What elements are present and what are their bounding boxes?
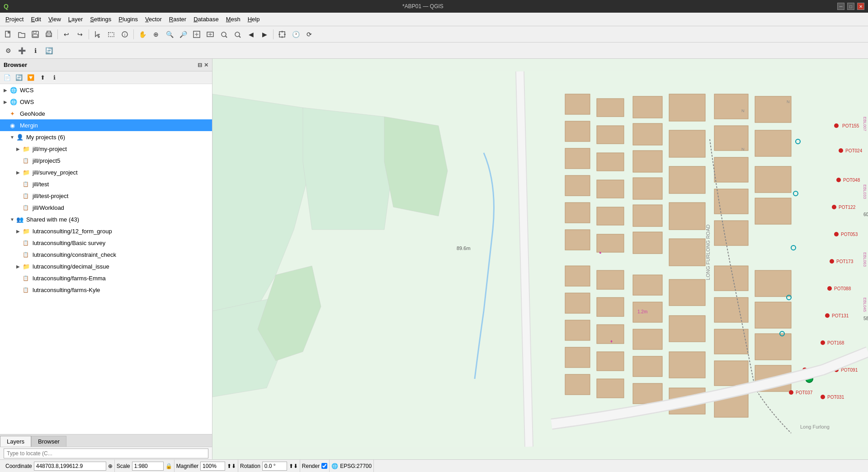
svg-rect-69 — [669, 279, 705, 306]
tree-item-lutra-decimal[interactable]: ▶ 📁 lutraconsulting/decimal_issue — [0, 260, 212, 272]
zoom-next-btn[interactable]: ▶ — [258, 28, 271, 41]
zoom-in-btn[interactable]: 🔍 — [163, 28, 176, 41]
close-btn[interactable]: ✕ — [857, 3, 864, 10]
tree-item-mergin[interactable]: ▶ ◉ Mergin — [0, 119, 212, 131]
identify-btn[interactable]: i — [118, 28, 131, 41]
pan-btn[interactable]: ✋ — [136, 28, 149, 41]
svg-rect-49 — [669, 94, 705, 121]
open-project-btn[interactable] — [15, 28, 28, 41]
mergin-label: Mergin — [20, 122, 212, 129]
collapse-icon[interactable]: ⊟ — [198, 62, 202, 68]
tree-item-jill-test[interactable]: ▶ 📋 jill/test — [0, 178, 212, 190]
svg-rect-33 — [565, 148, 590, 169]
menu-database[interactable]: Database — [190, 14, 222, 24]
zoom-last-btn[interactable]: ◀ — [245, 28, 257, 41]
menu-mesh[interactable]: Mesh — [222, 14, 244, 24]
zoom-layer-btn[interactable] — [204, 28, 217, 41]
menu-layer[interactable]: Layer — [65, 14, 87, 24]
locate-input[interactable] — [4, 448, 208, 458]
menu-project[interactable]: Project — [2, 14, 27, 24]
move-feature-btn[interactable] — [276, 28, 288, 41]
svg-text:♦: ♦ — [610, 339, 613, 344]
select-btn[interactable] — [91, 28, 104, 41]
zoom-full-btn[interactable] — [190, 28, 203, 41]
wcs-label: WCS — [20, 87, 212, 94]
tree-item-jill-workload[interactable]: ▶ 📋 jill/Workload — [0, 202, 212, 213]
tree-item-lutra-farmsemma[interactable]: ▶ 📋 lutraconsulting/farms-Emma — [0, 272, 212, 284]
mergin-add-btn[interactable]: ➕ — [15, 44, 28, 57]
browser-collapse-btn[interactable]: ⬆ — [37, 72, 48, 83]
refresh-btn[interactable]: ⟳ — [303, 28, 316, 41]
menu-settings[interactable]: Settings — [86, 14, 115, 24]
tree-item-jill-my-project[interactable]: ▶ 📁 jill/my-project — [0, 143, 212, 155]
tree-arrow-my-projects: ▼ — [10, 135, 16, 140]
tree-item-wcs[interactable]: ▶ 🌐 WCS — [0, 84, 212, 96]
browser-toolbar: 📄 🔄 🔽 ⬆ ℹ — [0, 71, 212, 84]
zoom-circle-btn[interactable] — [231, 28, 244, 41]
tree-item-jill-test-project[interactable]: ▶ 📋 jill/test-project — [0, 190, 212, 202]
svg-rect-39 — [597, 153, 624, 171]
svg-text:58.5m: 58.5m — [863, 316, 868, 321]
pan-arrow-btn[interactable]: ⊕ — [150, 28, 162, 41]
browser-info-btn[interactable]: ℹ — [49, 72, 60, 83]
svg-rect-75 — [714, 157, 748, 182]
render-checkbox[interactable] — [321, 463, 327, 469]
svg-rect-85 — [714, 361, 748, 386]
minimize-btn[interactable]: ─ — [837, 3, 844, 10]
tree-item-ows[interactable]: ▶ 🌐 OWS — [0, 96, 212, 108]
menu-help[interactable]: Help — [244, 14, 264, 24]
redo-btn[interactable]: ↪ — [74, 28, 86, 41]
search-section — [374, 460, 864, 472]
mergin-info-btn[interactable]: ℹ — [29, 44, 42, 57]
status-bar: Coordinate ⊕ Scale 🔒 Magnifier ⬆⬇ Rotati… — [0, 459, 868, 472]
layers-tab[interactable]: Layers — [0, 436, 31, 447]
close-panel-icon[interactable]: ✕ — [204, 62, 208, 68]
browser-header-icons: ⊟ ✕ — [198, 62, 208, 68]
time-btn[interactable]: 🕐 — [289, 28, 302, 41]
tree-item-lutra-basic[interactable]: ▶ 📋 lutraconsulting/Basic survey — [0, 237, 212, 249]
map-area[interactable]: LONG FURLONG ROAD — [212, 59, 868, 459]
save-btn[interactable] — [29, 28, 42, 41]
browser-new-btn[interactable]: 📄 — [2, 72, 13, 83]
svg-point-97 — [832, 205, 836, 209]
tree-item-lutra-farmskyle[interactable]: ▶ 📋 lutraconsulting/farms-Kyle — [0, 284, 212, 296]
mergin-settings-btn[interactable]: ⚙ — [2, 44, 14, 57]
tree-item-lutra-12form[interactable]: ▶ 📁 lutraconsulting/12_form_group — [0, 225, 212, 237]
magnifier-input[interactable] — [200, 462, 225, 471]
menu-view[interactable]: View — [45, 14, 65, 24]
rotation-input[interactable] — [262, 462, 287, 471]
menu-vector[interactable]: Vector — [142, 14, 165, 24]
maximize-btn[interactable]: □ — [847, 3, 854, 10]
mergin-sync-btn[interactable]: 🔄 — [42, 44, 55, 57]
svg-point-113 — [821, 395, 825, 399]
browser-refresh-btn[interactable]: 🔄 — [14, 72, 24, 83]
tree-item-jill-project5[interactable]: ▶ 📋 jill/project5 — [0, 155, 212, 166]
tree-item-jill-survey[interactable]: ▶ 📁 jill/survey_project — [0, 166, 212, 178]
coordinate-input[interactable] — [34, 462, 106, 471]
scale-input[interactable] — [132, 462, 164, 471]
menu-edit[interactable]: Edit — [27, 14, 44, 24]
browser-tab[interactable]: Browser — [31, 436, 66, 447]
svg-rect-58 — [565, 374, 590, 395]
tree-item-shared[interactable]: ▼ 👥 Shared with me (43) — [0, 213, 212, 225]
print-btn[interactable] — [42, 28, 55, 41]
resize-handle[interactable] — [210, 59, 212, 459]
jill-my-project-label: jill/my-project — [33, 146, 212, 152]
tree-item-geonode[interactable]: ▶ ✦ GeoNode — [0, 108, 212, 119]
svg-rect-70 — [669, 316, 705, 342]
zoom-out-btn[interactable]: 🔎 — [177, 28, 189, 41]
tree-item-my-projects[interactable]: ▼ 👤 My projects (6) — [0, 131, 212, 143]
menu-raster[interactable]: Raster — [165, 14, 190, 24]
svg-rect-31 — [565, 94, 590, 114]
browser-filter-btn[interactable]: 🔽 — [25, 72, 36, 83]
undo-btn[interactable]: ↩ — [60, 28, 73, 41]
crs-value[interactable]: EPSG:27700 — [340, 463, 372, 469]
lutra-farmskyle-label: lutraconsulting/farms-Kyle — [33, 287, 212, 293]
new-project-btn[interactable] — [2, 28, 14, 41]
menu-plugins[interactable]: Plugins — [115, 14, 142, 24]
svg-text:LONG FURLONG ROAD: LONG FURLONG ROAD — [705, 225, 711, 280]
select-rect-btn[interactable] — [105, 28, 118, 41]
window-controls[interactable]: ─ □ ✕ — [837, 3, 864, 10]
tree-item-lutra-constraint[interactable]: ▶ 📋 lutraconsulting/constraint_check — [0, 249, 212, 260]
zoom-select-btn[interactable] — [217, 28, 230, 41]
